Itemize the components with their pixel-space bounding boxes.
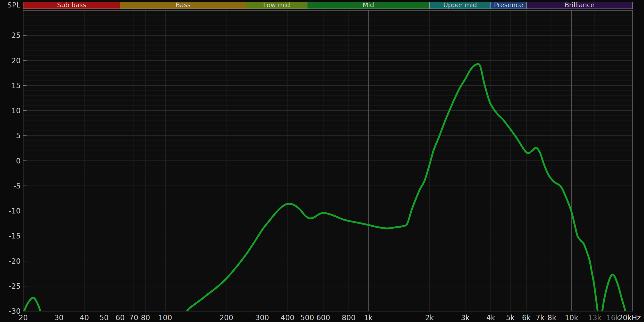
band-button-label: Mid xyxy=(363,1,374,9)
x-axis-label: 800 xyxy=(342,313,355,322)
y-axis-label: 0 xyxy=(16,157,21,165)
x-axis-label: 400 xyxy=(281,313,294,322)
spl-axis-title: SPL xyxy=(0,1,21,9)
x-axis-label: 40 xyxy=(80,313,89,322)
x-axis-label: 13k xyxy=(588,313,602,322)
x-axis-label: 30 xyxy=(54,313,64,322)
x-axis-label: 8k xyxy=(547,313,556,322)
band-button-label: Upper mid xyxy=(443,1,477,9)
y-axis-label: -25 xyxy=(9,282,21,291)
x-axis-label: 60 xyxy=(115,313,125,322)
x-axis-label: 3k xyxy=(461,313,470,322)
x-axis-label: 2k xyxy=(425,313,434,322)
y-axis-label: 20 xyxy=(11,56,21,65)
y-axis-label: 25 xyxy=(11,31,21,40)
x-axis-label: 16k xyxy=(606,313,620,322)
band-button-label: Presence xyxy=(494,1,523,9)
frequency-analyzer-window: 2520151050-5-10-15-20-25-302030405060708… xyxy=(0,0,644,322)
x-axis-label: 1k xyxy=(364,313,373,322)
x-axis-label: 200 xyxy=(219,313,233,322)
band-button-label: Brilliance xyxy=(565,1,595,9)
band-button-label: Low mid xyxy=(263,1,290,9)
x-axis-label: 10k xyxy=(565,313,579,322)
x-axis-label: 50 xyxy=(99,313,109,322)
band-button-bass[interactable]: Bass xyxy=(120,1,246,9)
x-axis-label: 600 xyxy=(316,313,330,322)
x-axis-label: 7k xyxy=(536,313,545,322)
x-axis-label: 6k xyxy=(522,313,531,322)
band-button-low-mid[interactable]: Low mid xyxy=(246,1,307,9)
band-button-label: Bass xyxy=(175,1,191,9)
y-axis-label: -5 xyxy=(13,182,21,190)
x-axis-label: 100 xyxy=(158,313,172,322)
x-axis-label: 20kHz xyxy=(618,313,641,322)
band-button-mid[interactable]: Mid xyxy=(307,1,430,9)
y-axis-label: -20 xyxy=(9,257,21,266)
spl-frequency-chart: 2520151050-5-10-15-20-25-302030405060708… xyxy=(0,0,644,322)
x-axis-label: 500 xyxy=(300,313,314,322)
band-button-upper-mid[interactable]: Upper mid xyxy=(429,1,490,9)
band-button-label: Sub bass xyxy=(57,1,86,9)
band-button-presence[interactable]: Presence xyxy=(491,1,527,9)
x-axis-label: 70 xyxy=(129,313,138,322)
y-axis-label: 5 xyxy=(16,131,21,140)
y-axis-label: -15 xyxy=(9,232,21,240)
x-axis-label: 4k xyxy=(486,313,495,322)
x-axis-label: 20 xyxy=(19,313,28,322)
x-axis-label: 300 xyxy=(255,313,269,322)
band-button-sub-bass[interactable]: Sub bass xyxy=(23,1,120,9)
x-axis-label: 80 xyxy=(141,313,150,322)
band-button-brilliance[interactable]: Brilliance xyxy=(527,1,633,9)
x-axis-label: 5k xyxy=(506,313,515,322)
y-axis-label: 10 xyxy=(11,106,21,115)
y-axis-label: 15 xyxy=(11,81,21,90)
y-axis-label: -10 xyxy=(9,207,21,215)
